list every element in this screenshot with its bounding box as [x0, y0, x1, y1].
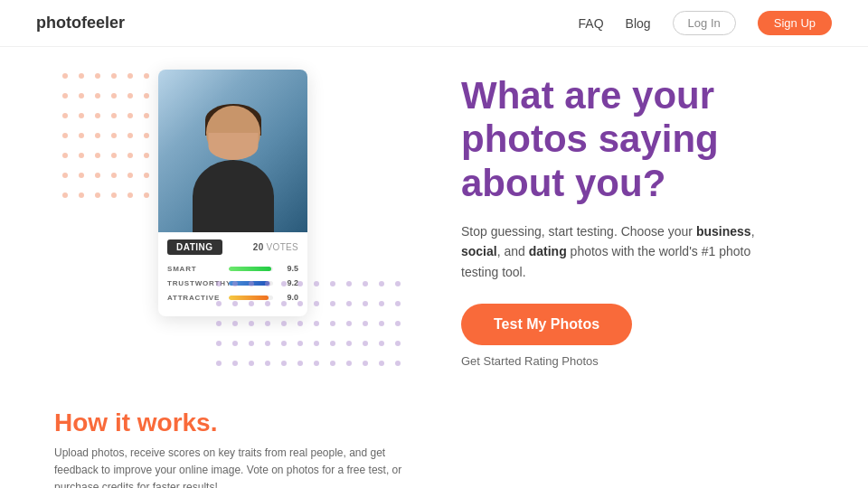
svg-point-84 — [249, 301, 254, 306]
svg-point-23 — [111, 113, 117, 118]
svg-point-105 — [395, 321, 401, 326]
svg-point-82 — [216, 301, 222, 306]
svg-point-101 — [330, 321, 335, 326]
svg-point-86 — [281, 301, 287, 306]
right-panel: What are your photos saying about you? S… — [434, 65, 814, 390]
headline: What are your photos saying about you? — [461, 74, 814, 205]
svg-point-34 — [127, 133, 133, 138]
svg-point-1 — [79, 73, 84, 79]
svg-point-108 — [249, 341, 254, 346]
score-row: SMART 9.5 — [167, 264, 298, 273]
svg-point-125 — [330, 361, 335, 366]
svg-point-73 — [265, 281, 270, 286]
svg-point-20 — [62, 113, 68, 118]
tab-dating[interactable]: DATING — [167, 239, 222, 255]
svg-point-93 — [395, 301, 401, 306]
nav-faq[interactable]: FAQ — [579, 16, 604, 31]
svg-point-104 — [379, 321, 384, 326]
svg-point-24 — [127, 113, 133, 118]
svg-point-32 — [95, 133, 100, 138]
svg-point-91 — [363, 301, 368, 306]
svg-point-61 — [79, 192, 84, 198]
person-body — [193, 160, 274, 232]
svg-point-64 — [127, 192, 133, 198]
svg-point-15 — [144, 93, 149, 99]
svg-point-99 — [297, 321, 303, 326]
svg-point-97 — [265, 321, 270, 326]
svg-point-129 — [395, 361, 401, 366]
svg-point-110 — [281, 341, 287, 346]
svg-point-30 — [62, 133, 68, 138]
profile-photo — [158, 70, 307, 232]
svg-point-100 — [314, 321, 319, 326]
svg-point-85 — [265, 301, 270, 306]
svg-point-11 — [79, 93, 84, 99]
svg-point-53 — [111, 173, 117, 178]
svg-point-106 — [216, 341, 222, 346]
svg-point-103 — [363, 321, 368, 326]
login-button[interactable]: Log In — [673, 11, 736, 35]
svg-point-60 — [62, 192, 68, 198]
how-title: How it works. — [54, 408, 814, 437]
left-panel: /* dots rendered inline below */ DATING … — [54, 65, 434, 390]
votes-text: VOTES — [267, 242, 298, 252]
svg-point-52 — [95, 173, 100, 178]
svg-point-2 — [95, 73, 100, 79]
svg-point-51 — [79, 173, 84, 178]
svg-point-14 — [127, 93, 133, 99]
svg-point-10 — [62, 93, 68, 99]
svg-point-3 — [111, 73, 117, 79]
svg-point-71 — [232, 281, 238, 286]
subtext: Stop guessing, start testing. Choose you… — [461, 221, 760, 282]
nav: FAQ Blog Log In Sign Up — [579, 11, 832, 35]
svg-point-33 — [111, 133, 117, 138]
svg-point-41 — [79, 153, 84, 158]
svg-point-79 — [363, 281, 368, 286]
person-head — [206, 106, 260, 160]
nav-blog[interactable]: Blog — [626, 16, 651, 31]
svg-point-113 — [330, 341, 335, 346]
cta-button[interactable]: Test My Photos — [461, 304, 632, 345]
svg-point-109 — [265, 341, 270, 346]
svg-point-89 — [330, 301, 335, 306]
svg-point-92 — [379, 301, 384, 306]
svg-point-128 — [379, 361, 384, 366]
svg-point-117 — [395, 341, 401, 346]
votes-num: 20 — [253, 242, 264, 252]
svg-point-118 — [216, 361, 222, 366]
how-section: How it works. Upload photos, receive sco… — [0, 390, 868, 488]
svg-point-54 — [127, 173, 133, 178]
svg-point-35 — [144, 133, 149, 138]
svg-point-25 — [144, 113, 149, 118]
svg-point-0 — [62, 73, 68, 79]
svg-point-74 — [281, 281, 287, 286]
svg-point-83 — [232, 301, 238, 306]
svg-point-94 — [216, 321, 222, 326]
svg-point-112 — [314, 341, 319, 346]
votes-label: 20 VOTES — [253, 242, 298, 252]
rating-link[interactable]: Get Started Rating Photos — [461, 354, 814, 368]
svg-point-12 — [95, 93, 100, 99]
svg-point-76 — [314, 281, 319, 286]
svg-point-21 — [79, 113, 84, 118]
svg-point-124 — [314, 361, 319, 366]
svg-point-44 — [127, 153, 133, 158]
svg-point-87 — [297, 301, 303, 306]
svg-point-114 — [346, 341, 352, 346]
svg-point-127 — [363, 361, 368, 366]
svg-point-116 — [379, 341, 384, 346]
svg-point-31 — [79, 133, 84, 138]
svg-point-75 — [297, 281, 303, 286]
svg-point-77 — [330, 281, 335, 286]
logo[interactable]: photofeeler — [36, 14, 125, 33]
svg-point-40 — [62, 153, 68, 158]
svg-point-123 — [297, 361, 303, 366]
svg-point-42 — [95, 153, 100, 158]
svg-point-43 — [111, 153, 117, 158]
svg-point-121 — [265, 361, 270, 366]
svg-point-102 — [346, 321, 352, 326]
signup-button[interactable]: Sign Up — [758, 11, 832, 35]
svg-point-122 — [281, 361, 287, 366]
face-detail — [208, 133, 258, 160]
card-tabs: DATING 20 VOTES — [158, 232, 307, 258]
